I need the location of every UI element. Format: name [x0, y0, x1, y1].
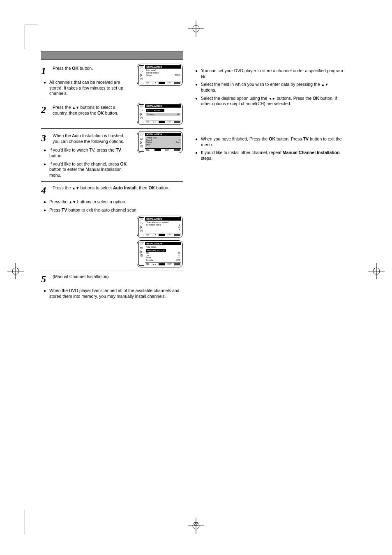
step-2-row: 2 Press the ▲▼ buttons to select a count…: [41, 101, 183, 127]
bullet-icon: ●: [44, 147, 46, 159]
step-2-text: Press the ▲▼ buttons to select a country…: [53, 104, 131, 116]
bullet-icon: ●: [195, 136, 198, 147]
antenna-icon: ⚐: [140, 66, 143, 69]
right-bullet-3: Select the desired option using the ◄► b…: [201, 96, 345, 107]
step-4-row: 4 Press the ▲▼ buttons to select Auto In…: [41, 185, 183, 196]
antenna-icon: ⚐: [140, 218, 143, 221]
right-bullet-2: Select the field in which you wish to en…: [201, 82, 345, 93]
step1-bullet: All channels that can be received are st…: [49, 80, 131, 97]
osd2-title: INSTALLATION: [145, 104, 181, 108]
bullet-icon: ●: [195, 96, 198, 107]
step-5-row: 5 (Manual Channel Installation): [41, 274, 183, 285]
right-bullet-1: You can set your DVD player to store a c…: [201, 68, 345, 79]
tv-icon: ▭: [140, 137, 143, 140]
antenna-icon: ⚐: [140, 105, 143, 108]
tv-icon: ▭: [140, 222, 143, 225]
up-down-arrow-icon: ▲▼: [72, 186, 80, 190]
bullet-icon: ●: [195, 82, 198, 93]
step-number-1: 1: [41, 65, 49, 76]
step3-bullet2: If you'd like to set the channel, press …: [49, 161, 131, 178]
osd-screenshot-5: ⚐ ▭ 🔈 ◷ INSTALLATION Auto Install. MANUA…: [137, 240, 183, 267]
speaker-icon: 🔈: [139, 74, 143, 77]
registration-mark-left: [7, 263, 24, 279]
step5-bullet: When the DVD player has scanned all of t…: [49, 288, 183, 299]
step-number-4: 4: [41, 185, 49, 196]
clock-icon: ◷: [140, 77, 143, 81]
clock-icon: ◷: [140, 116, 143, 120]
osd-screenshot-2: ⚐ ▭ 🔈 ◷ INSTALLATION AUTO INSTALL Countr…: [137, 103, 183, 125]
tv-icon: ▭: [140, 70, 143, 73]
clock-icon: ◷: [140, 229, 143, 233]
osd3-title: INSTALLATION: [145, 133, 181, 136]
step4-bullet1: Press the ▲▼ buttons to select a option.: [49, 199, 183, 205]
step-4-text: Press the ▲▼ buttons to select Auto Inst…: [53, 185, 183, 191]
osd4-title: INSTALLATION: [145, 217, 181, 221]
bullet-icon: ●: [44, 288, 46, 299]
page-number: 22: [194, 522, 198, 526]
tv-icon: ▭: [140, 246, 143, 250]
bullet-icon: ●: [44, 199, 46, 205]
step-number-3: 3: [41, 133, 49, 144]
speaker-icon: 🔈: [139, 250, 143, 253]
step4-bullet2: Press TV button to exit the auto channel…: [49, 207, 183, 213]
step2-button: OK: [97, 111, 104, 115]
step1-suffix: button.: [80, 66, 93, 71]
clock-icon: ◷: [140, 145, 143, 148]
clock-icon: ◷: [140, 254, 143, 257]
step1-button: OK: [72, 66, 78, 71]
step-number-2: 2: [41, 104, 49, 115]
step-3-row: 3 When the Auto Installation is finished…: [41, 129, 183, 181]
page-content: 1 Press the OK button. ● All channels th…: [29, 25, 363, 530]
step-3-text: When the Auto Installation is finished, …: [53, 133, 131, 144]
osd5-title: INSTALLATION: [145, 242, 181, 245]
osd-screenshot-1: ⚐ ▭ 🔈 ◷ INSTALLATION Auto Install. Manua…: [137, 64, 183, 86]
bullet-icon: ●: [195, 68, 198, 79]
osd1-title: INSTALLATION: [145, 65, 181, 69]
step-5-heading: (Manual Channel Installation): [53, 274, 183, 279]
step-1-row: 1 Press the OK button. ● All channels th…: [41, 62, 183, 99]
speaker-icon: 🔈: [139, 226, 143, 229]
tv-icon: ▭: [140, 109, 143, 112]
up-down-arrow-icon: ▲▼: [69, 200, 77, 204]
bullet-icon: ●: [195, 150, 198, 161]
osd-screenshot-4: ⚐ ▭ 🔈 ◷ INSTALLATION Channel scan comple…: [137, 216, 183, 238]
up-down-arrow-icon: ▲▼: [321, 83, 328, 87]
bullet-icon: ●: [44, 207, 46, 213]
antenna-icon: ⚐: [140, 134, 143, 137]
bullet-icon: ●: [44, 161, 46, 178]
left-right-arrow-icon: ◄►: [268, 97, 277, 101]
up-down-arrow-icon: ▲▼: [72, 106, 80, 110]
step-number-5: 5: [41, 274, 49, 285]
bullet-icon: ●: [44, 80, 46, 97]
right-bullet-5: If you'd like to install other channel, …: [201, 150, 345, 161]
step2-suffix: button.: [105, 111, 118, 115]
antenna-icon: ⚐: [140, 243, 143, 246]
right-bullet-4: When you have finished, Press the OK but…: [201, 136, 345, 147]
step1-prefix: Press the: [53, 66, 71, 71]
osd-screenshot-3: ⚐ ▭ 🔈 ◷ INSTALLATION Please Wait Found3: [137, 131, 183, 153]
speaker-icon: 🔈: [139, 141, 143, 144]
step-1-text: Press the OK button.: [53, 65, 131, 71]
left-column: 1 Press the OK button. ● All channels th…: [41, 49, 183, 302]
right-column: ● You can set your DVD player to store a…: [193, 49, 345, 302]
step3-bullet1: If you'd like to watch TV, press the TV …: [49, 147, 131, 159]
section-banner: [41, 51, 183, 60]
registration-mark-right: [368, 263, 385, 279]
speaker-icon: 🔈: [139, 113, 143, 116]
step2-prefix: Press the: [53, 105, 71, 110]
